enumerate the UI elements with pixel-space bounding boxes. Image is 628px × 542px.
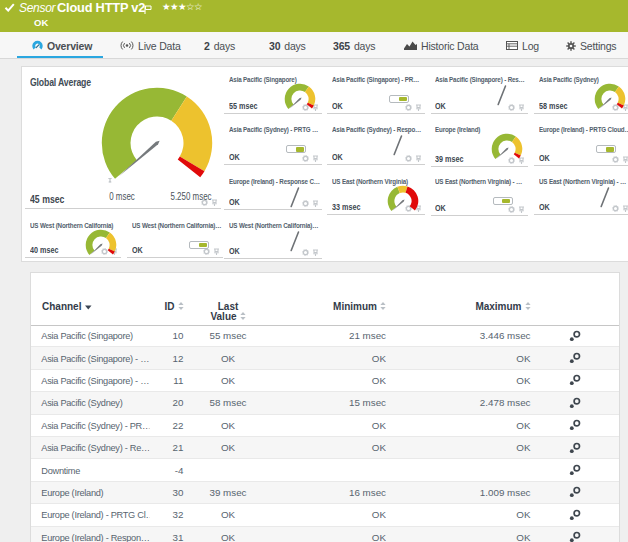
wrench-icon[interactable] [569, 374, 581, 386]
panel-pin-icon[interactable] [415, 104, 422, 111]
panel-gear-icon[interactable] [302, 249, 309, 256]
column-header-channel[interactable]: Channel [42, 302, 141, 312]
sort-both-icon [240, 312, 246, 320]
column-label: Channel [42, 301, 81, 312]
cell-id: 21 [157, 442, 184, 453]
cell-min: OK [273, 442, 387, 453]
table-row[interactable]: Europe (Ireland) - PRTG Cl…32OKOKOK [31, 504, 619, 526]
cell-min: OK [273, 509, 387, 520]
panel-pin-icon[interactable] [211, 199, 218, 206]
cell-min: 16 msec [273, 487, 387, 498]
tab-30-days[interactable]: 30days [269, 32, 306, 59]
panel-gear-icon[interactable] [508, 104, 515, 111]
cell-last: OK [184, 509, 273, 520]
panel-pin-icon[interactable] [622, 156, 628, 163]
tab-live-data[interactable]: Live Data [120, 32, 181, 59]
priority-stars[interactable]: ★★★☆☆ [162, 1, 202, 12]
table-row[interactable]: Asia Pacific (Sydney)2058 msec15 msec2.4… [31, 392, 619, 414]
wrench-icon[interactable] [569, 531, 581, 542]
wrench-icon[interactable] [569, 464, 581, 476]
log-icon [506, 41, 518, 50]
gauge-panel: Asia Pacific (Sydney) - Respo…OK [327, 118, 425, 165]
panel-gear-icon[interactable] [508, 206, 515, 213]
wrench-icon[interactable] [569, 509, 581, 521]
column-header-min[interactable]: Minimum [273, 302, 387, 312]
panel-pin-icon[interactable] [622, 205, 628, 212]
table-header-row: ChannelIDLastValueMinimumMaximum [31, 302, 619, 326]
table-row[interactable]: Asia Pacific (Singapore)1055 msec21 msec… [31, 325, 619, 347]
column-header-last[interactable]: LastValue [184, 302, 273, 321]
panel-gear-icon[interactable] [405, 155, 412, 162]
panel-gear-icon[interactable] [612, 205, 619, 212]
check-icon [4, 3, 15, 12]
wrench-icon[interactable] [569, 419, 581, 431]
panel-title: Asia Pacific (Singapore) - Res… [435, 75, 525, 84]
tab-log[interactable]: Log [506, 32, 539, 59]
tab-label: days [214, 40, 235, 52]
table-row[interactable]: Downtime-4 [31, 459, 619, 481]
tab-settings[interactable]: Settings [566, 32, 616, 59]
cell-channel: Asia Pacific (Sydney) - PR… [31, 420, 149, 431]
column-header-id[interactable]: ID [141, 302, 184, 312]
table-row[interactable]: Asia Pacific (Sydney) - Re…21OKOKOK [31, 437, 619, 459]
cell-max: OK [386, 509, 531, 520]
lookup-toggle-indicator [493, 197, 513, 205]
wrench-icon[interactable] [569, 486, 581, 498]
gauge-panel: US East (Northern Virginia) - …OK [431, 170, 529, 217]
tab-2-days[interactable]: 2days [204, 32, 235, 59]
wrench-icon[interactable] [569, 330, 581, 342]
gauge-panel: Asia Pacific (Singapore) - PR…OK [327, 68, 425, 114]
flag-icon[interactable] [144, 1, 152, 19]
gauge-panel: US West (Northern California)…OK [127, 214, 223, 258]
panel-pin-icon[interactable] [415, 155, 422, 162]
sort-both-icon [525, 302, 531, 310]
panel-value: OK [539, 153, 550, 163]
panel-action-icons [612, 156, 628, 163]
panel-value: OK [132, 245, 143, 255]
row-settings [531, 486, 620, 498]
panel-gear-icon[interactable] [612, 156, 619, 163]
panel-pin-icon[interactable] [213, 248, 220, 255]
cell-max: OK [386, 442, 531, 453]
wrench-icon[interactable] [569, 442, 581, 454]
wrench-icon[interactable] [569, 397, 581, 409]
panel-gear-icon[interactable] [302, 155, 309, 162]
broadcast-icon [120, 41, 134, 50]
panel-action-icons [508, 104, 525, 111]
table-row[interactable]: Asia Pacific (Singapore) - …11OKOKOK [31, 370, 619, 392]
panel-value: 40 msec [30, 245, 58, 255]
cell-min: OK [273, 532, 387, 542]
cell-last: 39 msec [184, 487, 273, 498]
panel-pin-icon[interactable] [312, 200, 319, 207]
column-header-max[interactable]: Maximum [386, 302, 531, 312]
check-icon [4, 3, 15, 12]
tab-label: Log [522, 40, 539, 52]
tab-365-days[interactable]: 365days [333, 32, 375, 59]
lookup-toggle-indicator [389, 95, 409, 103]
panel-pin-icon[interactable] [312, 155, 319, 162]
cell-id: 30 [157, 487, 184, 498]
gauge-arc [386, 184, 420, 212]
gauge-panel: Europe (Ireland) - Response C…OK [224, 170, 322, 210]
row-settings [531, 330, 620, 342]
panel-pin-icon[interactable] [518, 104, 525, 111]
table-row[interactable]: Asia Pacific (Singapore) - …12OKOKOK [31, 347, 619, 369]
panel-pin-icon[interactable] [518, 206, 525, 213]
panel-gear-icon[interactable] [405, 104, 412, 111]
wrench-icon[interactable] [569, 352, 581, 364]
panel-value: OK [229, 246, 240, 256]
cell-max: 3.446 msec [386, 330, 531, 341]
panel-gear-icon[interactable] [203, 248, 210, 255]
table-row[interactable]: Asia Pacific (Sydney) - PR…22OKOKOK [31, 415, 619, 437]
panel-pin-icon[interactable] [312, 249, 319, 256]
cell-min: 15 msec [273, 397, 387, 408]
panel-title: Global Average [30, 76, 91, 88]
table-row[interactable]: Europe (Ireland)3039 msec16 msec1.009 ms… [31, 482, 619, 504]
panel-gear-icon[interactable] [302, 200, 309, 207]
tab-historic-data[interactable]: Historic Data [404, 32, 479, 59]
cell-max: OK [386, 353, 531, 364]
panel-title: Europe (Ireland) [435, 125, 480, 134]
table-row[interactable]: Europe (Ireland) - Respon…31OKOKOK [31, 527, 619, 542]
gauge-arc [490, 132, 524, 160]
gear-icon [566, 41, 576, 51]
